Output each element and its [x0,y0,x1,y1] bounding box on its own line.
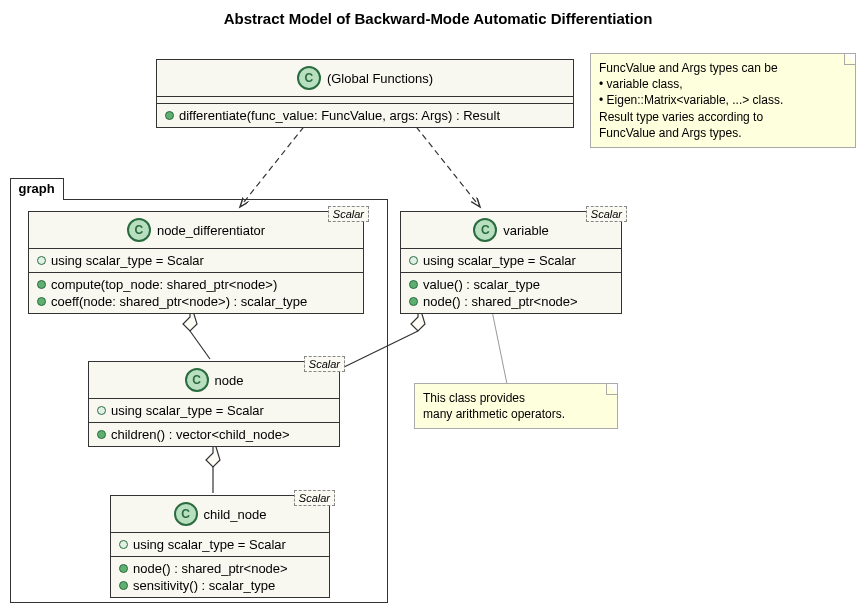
note-line: This class provides [423,390,609,406]
visibility-icon [37,280,46,289]
template-param: Scalar [586,206,627,222]
template-param: Scalar [294,490,335,506]
typedef: using scalar_type = Scalar [111,403,264,418]
class-variable: Scalar C variable using scalar_type = Sc… [400,211,622,314]
method: value() : scalar_type [423,277,540,292]
visibility-icon [37,256,46,265]
method: node() : shared_ptr<node> [133,561,288,576]
visibility-icon [119,564,128,573]
diagram-title: Abstract Model of Backward-Mode Automati… [10,10,856,27]
visibility-icon [409,256,418,265]
template-param: Scalar [328,206,369,222]
class-node: Scalar C node using scalar_type = Scalar… [88,361,340,447]
class-icon: C [297,66,321,90]
diagram-canvas: C (Global Functions) differentiate(func_… [10,39,846,606]
method: children() : vector<child_node> [111,427,290,442]
note-connector-variable [490,301,508,389]
method: coeff(node: shared_ptr<node>) : scalar_t… [51,294,307,309]
visibility-icon [119,540,128,549]
method: differentiate(func_value: FuncValue, arg… [179,108,500,123]
visibility-icon [97,406,106,415]
visibility-icon [409,297,418,306]
visibility-icon [409,280,418,289]
class-node-differentiator: Scalar C node_differentiator using scala… [28,211,364,314]
typedef: using scalar_type = Scalar [51,253,204,268]
note-global: FuncValue and Args types can be • variab… [590,53,856,148]
method: node() : shared_ptr<node> [423,294,578,309]
class-global-functions: C (Global Functions) differentiate(func_… [156,59,574,128]
class-icon: C [473,218,497,242]
visibility-icon [119,581,128,590]
class-name: child_node [204,507,267,522]
dependency-global-to-nodediff [240,119,310,207]
class-name: node [215,373,244,388]
class-icon: C [127,218,151,242]
typedef: using scalar_type = Scalar [133,537,286,552]
class-name: variable [503,223,549,238]
dependency-global-to-variable [410,119,480,207]
note-line: FuncValue and Args types can be [599,60,847,76]
note-line: Result type varies according to [599,109,847,125]
class-name: (Global Functions) [327,71,433,86]
class-icon: C [185,368,209,392]
note-line: • variable class, [599,76,847,92]
note-line: many arithmetic operators. [423,406,609,422]
class-child-node: Scalar C child_node using scalar_type = … [110,495,330,598]
note-variable: This class provides many arithmetic oper… [414,383,618,429]
note-line: FuncValue and Args types. [599,125,847,141]
class-name: node_differentiator [157,223,265,238]
method: sensitivity() : scalar_type [133,578,275,593]
typedef: using scalar_type = Scalar [423,253,576,268]
visibility-icon [37,297,46,306]
visibility-icon [165,111,174,120]
visibility-icon [97,430,106,439]
note-line: • Eigen::Matrix<variable, ...> class. [599,92,847,108]
template-param: Scalar [304,356,345,372]
package-tab: graph [10,178,64,200]
class-icon: C [174,502,198,526]
method: compute(top_node: shared_ptr<node>) [51,277,277,292]
